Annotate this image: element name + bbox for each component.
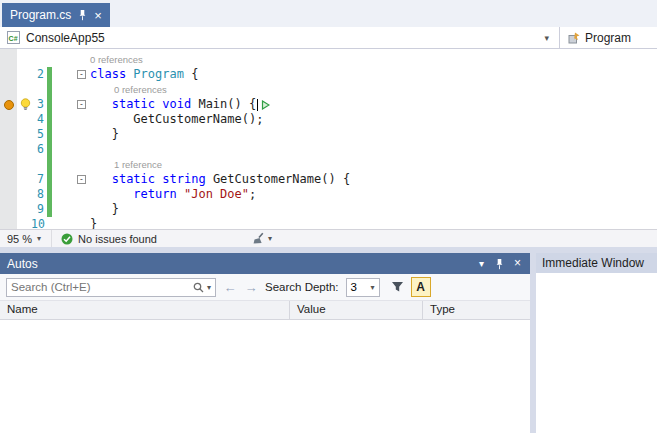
collapse-toggle-icon[interactable]: - — [77, 175, 86, 184]
reference-count-text[interactable]: 0 references — [90, 52, 143, 67]
breakpoint-margin[interactable] — [0, 127, 17, 142]
code-segment: Program — [133, 67, 184, 81]
search-back-button[interactable]: ← — [223, 280, 237, 295]
breakpoint-margin[interactable] — [0, 157, 17, 172]
code-segment: } — [90, 127, 119, 141]
code-text[interactable]: class Program { — [90, 67, 198, 82]
annotation-row[interactable]: 1 reference — [0, 157, 657, 172]
code-line[interactable]: 2-class Program { — [0, 67, 657, 82]
column-header-value[interactable]: Value — [290, 301, 423, 319]
code-line[interactable]: 9 } — [0, 202, 657, 217]
close-icon[interactable]: × — [510, 256, 525, 271]
scope-dropdown[interactable]: Program — [560, 27, 657, 48]
breakpoint-icon[interactable] — [4, 100, 14, 110]
window-position-icon[interactable]: ▾ — [474, 256, 489, 271]
code-line[interactable]: 6 — [0, 142, 657, 157]
quick-actions-slot — [17, 82, 31, 97]
search-icon[interactable] — [193, 282, 204, 293]
pin-icon[interactable] — [78, 10, 87, 21]
svg-text:C#: C# — [9, 35, 18, 42]
quick-actions-slot — [17, 97, 31, 112]
line-number — [31, 157, 44, 172]
line-number — [31, 52, 44, 67]
code-line[interactable]: 3- static void Main() { — [0, 97, 657, 112]
issues-text: No issues found — [78, 233, 157, 245]
breakpoint-margin[interactable] — [0, 82, 17, 97]
outline-margin — [52, 157, 90, 172]
code-cleanup-button[interactable]: ▾ — [252, 232, 272, 245]
autos-title-bar[interactable]: Autos ▾ × — [0, 253, 530, 274]
autos-grid-body[interactable] — [0, 320, 530, 433]
immediate-body[interactable] — [536, 273, 657, 433]
collapse-toggle-icon[interactable]: - — [77, 100, 86, 109]
search-box[interactable]: ▾ — [6, 278, 216, 297]
column-header-name[interactable]: Name — [0, 301, 290, 319]
code-line[interactable]: 7- static string GetCustomerName() { — [0, 172, 657, 187]
search-forward-button[interactable]: → — [244, 280, 258, 295]
close-icon[interactable]: × — [94, 9, 102, 22]
outline-margin — [52, 202, 90, 217]
immediate-window: Immediate Window — [536, 253, 657, 433]
class-icon — [568, 32, 580, 44]
breakpoint-margin[interactable] — [0, 112, 17, 127]
pin-icon[interactable] — [492, 256, 507, 271]
breakpoint-margin[interactable] — [0, 202, 17, 217]
code-editor[interactable]: 0 references2-class Program {0 reference… — [0, 49, 657, 229]
code-text[interactable]: return "Jon Doe"; — [90, 187, 256, 202]
breakpoint-margin[interactable] — [0, 172, 17, 187]
outline-margin: - — [52, 67, 90, 82]
outline-margin: - — [52, 172, 90, 187]
annotation-row[interactable]: 0 references — [0, 52, 657, 67]
lightbulb-icon[interactable] — [20, 98, 31, 111]
search-input[interactable] — [11, 281, 190, 293]
code-text[interactable]: static void Main() { — [90, 97, 270, 112]
code-segment — [90, 112, 133, 126]
project-dropdown[interactable]: C# ConsoleApp55 ▾ — [0, 27, 559, 48]
code-segment: return — [133, 187, 176, 201]
outline-margin — [52, 82, 90, 97]
breakpoint-margin[interactable] — [0, 142, 17, 157]
editor-status-bar: 95 % ▾ No issues found ▾ — [0, 229, 657, 247]
code-segment: static — [112, 97, 155, 111]
code-text[interactable]: } — [90, 217, 97, 229]
filter-icon[interactable] — [391, 281, 404, 293]
zoom-select[interactable]: 95 % ▾ — [0, 230, 52, 247]
reference-count-text[interactable]: 1 reference — [90, 157, 162, 172]
code-segment: string — [162, 172, 205, 186]
line-number: 7 — [31, 172, 44, 187]
collapse-toggle-icon[interactable]: - — [77, 70, 86, 79]
chevron-down-icon[interactable]: ▾ — [544, 33, 552, 43]
breakpoint-margin[interactable] — [0, 187, 17, 202]
code-text[interactable]: } — [90, 202, 119, 217]
code-line[interactable]: 10} — [0, 217, 657, 229]
code-segment: "Jon Doe" — [184, 187, 249, 201]
annotation-row[interactable]: 0 references — [0, 82, 657, 97]
run-icon[interactable] — [261, 100, 270, 110]
issues-indicator[interactable]: No issues found — [52, 233, 166, 245]
tab-program-cs[interactable]: Program.cs × — [2, 3, 110, 27]
quick-actions-slot — [17, 127, 31, 142]
column-header-type[interactable]: Type — [423, 301, 530, 319]
outline-margin — [52, 127, 90, 142]
chevron-down-icon[interactable]: ▾ — [207, 283, 211, 292]
breakpoint-margin[interactable] — [0, 52, 17, 67]
code-segment: () { — [321, 172, 350, 186]
code-line[interactable]: 4 GetCustomerName(); — [0, 112, 657, 127]
code-text[interactable]: } — [90, 127, 119, 142]
breakpoint-margin[interactable] — [0, 97, 17, 112]
code-text[interactable]: static string GetCustomerName() { — [90, 172, 350, 187]
line-number: 8 — [31, 187, 44, 202]
outline-margin — [52, 112, 90, 127]
text-caret — [257, 99, 258, 111]
code-line[interactable]: 8 return "Jon Doe"; — [0, 187, 657, 202]
breakpoint-margin[interactable] — [0, 217, 17, 229]
breakpoint-margin[interactable] — [0, 67, 17, 82]
reference-count-text[interactable]: 0 references — [90, 82, 167, 97]
immediate-title-bar[interactable]: Immediate Window — [536, 253, 657, 273]
code-text[interactable]: GetCustomerName(); — [90, 112, 263, 127]
chevron-down-icon: ▾ — [371, 283, 375, 292]
line-number: 3 — [31, 97, 44, 112]
search-depth-select[interactable]: 3 ▾ — [346, 278, 380, 297]
code-line[interactable]: 5 } — [0, 127, 657, 142]
highlight-toggle-button[interactable]: A — [411, 277, 431, 297]
